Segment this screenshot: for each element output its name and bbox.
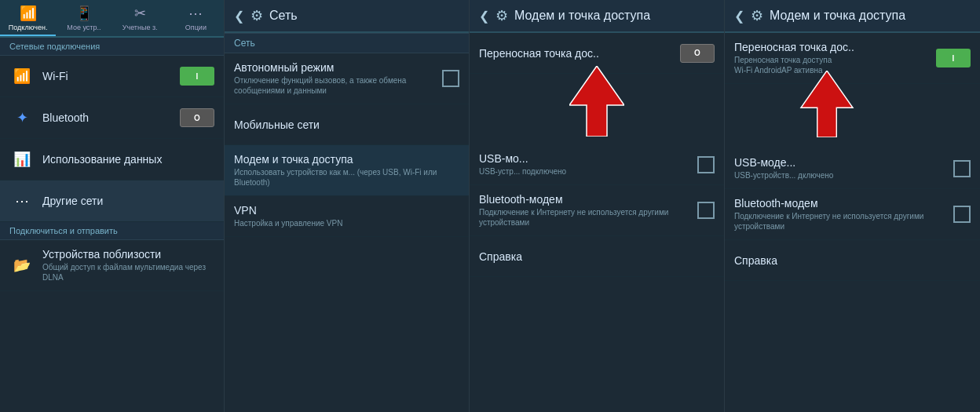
svg-marker-3	[801, 71, 853, 137]
usb-tethering-item-p3[interactable]: USB-мо... USB-устр... подключено	[470, 144, 724, 185]
portable-hotspot-item-p4[interactable]: Переносная точка дос.. Переносная точка …	[725, 33, 980, 84]
panel-modem3: ❮ ⚙ Модем и точка доступа Переносная точ…	[470, 0, 725, 412]
usb-tethering-item-p4[interactable]: USB-моде... USB-устройств... дключено	[725, 148, 980, 189]
help-item-p4[interactable]: Справка	[725, 240, 980, 281]
svg-marker-2	[569, 66, 624, 137]
up-arrow-svg-p4	[799, 71, 854, 137]
vpn-item[interactable]: VPN Настройка и управление VPN	[225, 196, 469, 237]
accounts-icon: ✂	[134, 5, 146, 22]
modem-menu-p3: Переносная точка дос.. O USB-мо... USB-у…	[470, 33, 724, 412]
gear-icon-p4: ⚙	[751, 7, 763, 24]
nearby-devices-icon: 📂	[9, 253, 35, 278]
arrow-up-panel4	[799, 71, 854, 140]
tab-connections[interactable]: 📶 Подключен.	[0, 0, 56, 36]
wifi-toggle[interactable]: I	[180, 67, 214, 86]
network-connections-header: Сетевые подключения	[0, 38, 224, 56]
mydevice-icon: 📱	[75, 5, 93, 22]
airplane-checkbox[interactable]	[442, 70, 459, 87]
up-arrow-svg-p3	[569, 66, 624, 137]
panel-modem4: ❮ ⚙ Модем и точка доступа Переносная точ…	[725, 0, 980, 412]
other-networks-item[interactable]: ⋯ Другие сети	[0, 180, 224, 222]
arrow-up-panel3	[569, 66, 624, 140]
back-arrow-p4[interactable]: ❮	[734, 9, 744, 24]
panel-network: ❮ ⚙ Сеть Сеть Автономный режим Отключени…	[225, 0, 470, 412]
usb-checkbox-p3[interactable]	[697, 156, 715, 173]
hotspot-toggle-on-p4[interactable]: I	[936, 49, 971, 67]
back-arrow-p2[interactable]: ❮	[234, 9, 244, 24]
connect-send-header: Подключиться и отправить	[0, 222, 224, 240]
bt-checkbox-p3[interactable]	[697, 202, 715, 219]
connections-icon: 📶	[20, 5, 37, 22]
data-usage-icon: 📊	[9, 147, 35, 172]
bluetooth-item[interactable]: ✦ Bluetooth O	[0, 97, 224, 139]
modem-header-p4: ❮ ⚙ Модем и точка доступа	[725, 0, 980, 33]
bt-tethering-item-p3[interactable]: Bluetooth-модем Подключение к Интернету …	[470, 185, 724, 236]
hotspot-toggle-off-p3[interactable]: O	[680, 44, 715, 63]
wifi-item[interactable]: 📶 Wi-Fi I	[0, 56, 224, 97]
airplane-mode-item[interactable]: Автономный режим Отключение функций вызо…	[225, 53, 469, 104]
wifi-toggle-on[interactable]: I	[180, 67, 214, 86]
portable-hotspot-item-p3[interactable]: Переносная точка дос.. O	[470, 33, 724, 74]
gear-icon-p3: ⚙	[495, 7, 508, 24]
bt-checkbox-p4[interactable]	[953, 206, 971, 223]
data-usage-item[interactable]: 📊 Использование данных	[0, 139, 224, 180]
options-icon: ⋯	[188, 5, 203, 22]
network-section-label: Сеть	[225, 33, 469, 53]
wifi-icon: 📶	[9, 64, 35, 89]
network-menu: Автономный режим Отключение функций вызо…	[225, 53, 469, 412]
bt-tethering-item-p4[interactable]: Bluetooth-модем Подключение к Интернету …	[725, 189, 980, 240]
usb-checkbox-p4[interactable]	[953, 160, 971, 177]
gear-icon-p2: ⚙	[250, 7, 263, 24]
bluetooth-toggle-off[interactable]: O	[180, 108, 214, 127]
bluetooth-icon: ✦	[9, 105, 35, 130]
modem-header-p3: ❮ ⚙ Модем и точка доступа	[470, 0, 724, 33]
hotspot-toggle-p4[interactable]: I	[936, 49, 971, 67]
bluetooth-toggle[interactable]: O	[180, 108, 214, 127]
nearby-devices-item[interactable]: 📂 Устройства поблизости Общий доступ к ф…	[0, 240, 224, 291]
tab-options[interactable]: ⋯ Опции	[168, 0, 224, 36]
modem-hotspot-item[interactable]: Модем и точка доступа Использовать устро…	[225, 145, 469, 196]
help-item-p3[interactable]: Справка	[470, 236, 724, 277]
network-header: ❮ ⚙ Сеть	[225, 0, 469, 33]
mobile-networks-item[interactable]: Мобильные сети	[225, 104, 469, 145]
tab-accounts[interactable]: ✂ Учетные з.	[112, 0, 168, 36]
hotspot-toggle-p3[interactable]: O	[680, 44, 715, 63]
tab-mydevice[interactable]: 📱 Мое устр..	[56, 0, 112, 36]
modem-menu-p4: Переносная точка дос.. Переносная точка …	[725, 33, 980, 412]
panel-connections: 📶 Подключен. 📱 Мое устр.. ✂ Учетные з. ⋯…	[0, 0, 225, 412]
tab-bar: 📶 Подключен. 📱 Мое устр.. ✂ Учетные з. ⋯…	[0, 0, 224, 38]
other-networks-icon: ⋯	[9, 188, 35, 213]
back-arrow-p3[interactable]: ❮	[479, 9, 489, 24]
